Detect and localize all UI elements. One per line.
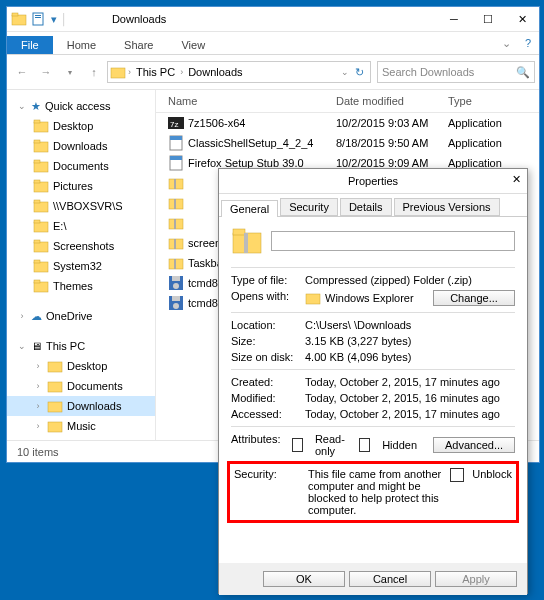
navbar: ← → ▾ ↑ › This PC › Downloads ⌄ ↻ Search… — [7, 55, 539, 90]
svg-point-49 — [173, 303, 179, 309]
svg-rect-5 — [111, 68, 125, 78]
home-tab[interactable]: Home — [53, 36, 110, 54]
breadcrumb-item[interactable]: Downloads — [185, 66, 245, 78]
search-input[interactable]: Search Downloads 🔍 — [377, 61, 535, 83]
minimize-button[interactable]: ─ — [437, 7, 471, 31]
svg-rect-12 — [34, 182, 48, 192]
breadcrumb-item[interactable]: This PC — [133, 66, 178, 78]
maximize-button[interactable]: ☐ — [471, 7, 505, 31]
modified-value: Today, October 2, 2015, 16 minutes ago — [305, 392, 515, 404]
tree-item[interactable]: Pictures — [7, 176, 155, 196]
star-icon: ★ — [31, 100, 41, 113]
tree-item[interactable]: ›Documents — [7, 376, 155, 396]
help-icon[interactable]: ? — [517, 32, 539, 54]
tree-item[interactable]: Downloads — [7, 136, 155, 156]
tree-item[interactable]: \\VBOXSVR\S — [7, 196, 155, 216]
svg-text:7z: 7z — [170, 120, 178, 129]
security-section: Security: This file came from another co… — [227, 461, 519, 523]
recent-dropdown[interactable]: ▾ — [59, 61, 81, 83]
tree-item[interactable]: Screenshots — [7, 236, 155, 256]
dialog-titlebar[interactable]: Properties ✕ — [219, 169, 527, 194]
chevron-down-icon[interactable]: ▾ — [51, 13, 57, 26]
view-tab[interactable]: View — [167, 36, 219, 54]
ok-button[interactable]: OK — [263, 571, 345, 587]
tree-item[interactable]: ›Desktop — [7, 356, 155, 376]
zip-folder-icon — [231, 225, 263, 257]
svg-rect-3 — [35, 15, 41, 16]
svg-rect-52 — [244, 233, 248, 253]
svg-rect-2 — [33, 13, 43, 25]
apply-button[interactable]: Apply — [435, 571, 517, 587]
svg-rect-41 — [174, 239, 176, 249]
svg-rect-13 — [34, 180, 40, 183]
svg-rect-15 — [34, 200, 40, 203]
svg-rect-31 — [170, 136, 182, 140]
tab-previous[interactable]: Previous Versions — [394, 198, 500, 216]
file-row[interactable]: ClassicShellSetup_4_2_48/18/2015 9:50 AM… — [156, 133, 539, 153]
address-bar[interactable]: › This PC › Downloads ⌄ ↻ — [107, 61, 371, 83]
collapse-icon[interactable]: ⌄ — [17, 101, 27, 111]
change-button[interactable]: Change... — [433, 290, 515, 306]
tree-item[interactable]: Desktop — [7, 116, 155, 136]
chevron-down-icon[interactable]: ⌄ — [341, 67, 349, 77]
folder-icon — [33, 138, 49, 154]
folder-icon — [47, 378, 63, 394]
security-text: This file came from another computer and… — [308, 468, 450, 516]
back-button[interactable]: ← — [11, 61, 33, 83]
tree-item[interactable]: System32 — [7, 256, 155, 276]
nav-tree[interactable]: ⌄★Quick access DesktopDownloadsDocuments… — [7, 90, 156, 440]
tree-item[interactable]: ›Music — [7, 416, 155, 436]
cancel-button[interactable]: Cancel — [349, 571, 431, 587]
svg-rect-53 — [306, 294, 320, 304]
close-button[interactable]: ✕ — [505, 7, 539, 31]
file-tab[interactable]: File — [7, 36, 53, 54]
tab-security[interactable]: Security — [280, 198, 338, 216]
svg-rect-4 — [35, 17, 41, 18]
hidden-checkbox[interactable] — [359, 438, 370, 452]
size-on-disk-value: 4.00 KB (4,096 bytes) — [305, 351, 515, 363]
file-row[interactable]: 7z7z1506-x6410/2/2015 9:03 AMApplication — [156, 113, 539, 133]
filename-input[interactable] — [271, 231, 515, 251]
refresh-icon[interactable]: ↻ — [351, 66, 368, 79]
folder-icon — [33, 238, 49, 254]
folder-icon — [33, 158, 49, 174]
folder-icon — [33, 218, 49, 234]
tree-item[interactable]: ›Downloads — [7, 396, 155, 416]
advanced-button[interactable]: Advanced... — [433, 437, 515, 453]
tree-quick-access[interactable]: Quick access — [45, 100, 110, 112]
tree-this-pc[interactable]: This PC — [46, 340, 85, 352]
tab-general[interactable]: General — [221, 200, 278, 217]
svg-rect-9 — [34, 140, 40, 143]
share-tab[interactable]: Share — [110, 36, 167, 54]
svg-rect-21 — [34, 260, 40, 263]
svg-rect-18 — [34, 242, 48, 252]
readonly-checkbox[interactable] — [292, 438, 303, 452]
svg-rect-14 — [34, 202, 48, 212]
svg-rect-23 — [34, 280, 40, 283]
svg-rect-1 — [12, 13, 18, 16]
close-button[interactable]: ✕ — [512, 173, 521, 186]
col-name[interactable]: Name — [156, 95, 336, 107]
svg-rect-19 — [34, 240, 40, 243]
titlebar[interactable]: ▾ │ Downloads ─ ☐ ✕ — [7, 7, 539, 32]
svg-rect-17 — [34, 220, 40, 223]
svg-rect-0 — [12, 15, 26, 25]
folder-icon — [33, 118, 49, 134]
folder-icon — [33, 198, 49, 214]
up-button[interactable]: ↑ — [83, 61, 105, 83]
svg-rect-37 — [174, 199, 176, 209]
col-type[interactable]: Type — [448, 95, 539, 107]
tree-onedrive[interactable]: OneDrive — [46, 310, 92, 322]
properties-icon[interactable] — [31, 11, 47, 27]
unblock-checkbox[interactable] — [450, 468, 464, 482]
tree-item[interactable]: Documents — [7, 156, 155, 176]
forward-button[interactable]: → — [35, 61, 57, 83]
col-date[interactable]: Date modified — [336, 95, 448, 107]
created-value: Today, October 2, 2015, 17 minutes ago — [305, 376, 515, 388]
explorer-icon — [305, 290, 321, 306]
ribbon-expand-icon[interactable]: ⌄ — [495, 32, 517, 54]
tab-details[interactable]: Details — [340, 198, 392, 216]
collapse-icon[interactable]: ⌄ — [17, 341, 27, 351]
tree-item[interactable]: E:\ — [7, 216, 155, 236]
tree-item[interactable]: Themes — [7, 276, 155, 296]
